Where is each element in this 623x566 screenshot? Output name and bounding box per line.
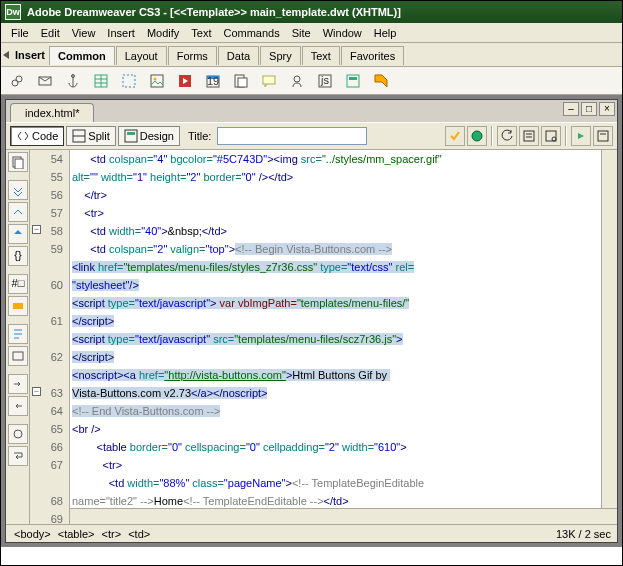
server-include-icon[interactable] — [229, 70, 253, 92]
email-link-icon[interactable] — [33, 70, 57, 92]
svg-rect-8 — [123, 75, 135, 87]
wrap-icon[interactable] — [8, 446, 28, 466]
refresh-button[interactable] — [497, 126, 517, 146]
collapse-icon[interactable] — [8, 180, 28, 200]
balance-braces-icon[interactable]: {} — [8, 246, 28, 266]
title-input[interactable] — [217, 127, 367, 145]
image-icon[interactable] — [145, 70, 169, 92]
workspace: index.html* – □ × Code Split Design Titl… — [1, 95, 622, 547]
app-logo: Dw — [5, 4, 21, 20]
highlight-invalid-icon[interactable] — [8, 296, 28, 316]
select-parent-icon[interactable] — [8, 224, 28, 244]
validate-button[interactable] — [541, 126, 561, 146]
insert-toolbar: 19 js — [1, 67, 622, 95]
svg-rect-16 — [238, 78, 247, 87]
date-icon[interactable]: 19 — [201, 70, 225, 92]
svg-text:js: js — [320, 74, 329, 86]
tag-selector[interactable]: <body> <table> <tr> <td> — [12, 528, 152, 540]
anchor-icon[interactable] — [61, 70, 85, 92]
menu-edit[interactable]: Edit — [35, 25, 66, 41]
tab-data[interactable]: Data — [218, 46, 259, 65]
comment-icon[interactable] — [257, 70, 281, 92]
close-icon[interactable]: × — [599, 102, 615, 116]
svg-rect-40 — [13, 352, 23, 360]
tab-text[interactable]: Text — [302, 46, 340, 65]
debug-button[interactable] — [571, 126, 591, 146]
code-editor[interactable]: <td colspan="4" bgcolor="#5C743D"><img s… — [70, 150, 601, 508]
preview-button[interactable] — [467, 126, 487, 146]
fold-marker-icon[interactable]: − — [32, 225, 41, 234]
tag-chooser-icon[interactable] — [369, 70, 393, 92]
tab-common[interactable]: Common — [49, 46, 115, 65]
svg-text:{}: {} — [14, 249, 22, 261]
minimize-icon[interactable]: – — [563, 102, 579, 116]
code-view-button[interactable]: Code — [10, 126, 64, 146]
file-mgmt-button[interactable] — [519, 126, 539, 146]
app-name: Adobe Dreamweaver CS3 — [27, 6, 160, 18]
menu-insert[interactable]: Insert — [101, 25, 141, 41]
svg-point-32 — [552, 137, 556, 141]
svg-rect-33 — [598, 131, 608, 141]
svg-text:#□: #□ — [11, 277, 24, 289]
view-bar: Code Split Design Title: — [6, 122, 617, 150]
menu-text[interactable]: Text — [185, 25, 217, 41]
svg-rect-39 — [13, 303, 23, 309]
table-icon[interactable] — [89, 70, 113, 92]
check-button[interactable] — [445, 126, 465, 146]
format-icon[interactable] — [8, 424, 28, 444]
code-toolbar: {} #□ — [6, 150, 30, 524]
menu-site[interactable]: Site — [286, 25, 317, 41]
div-icon[interactable] — [117, 70, 141, 92]
svg-rect-9 — [151, 75, 163, 87]
menu-view[interactable]: View — [66, 25, 102, 41]
menubar: File Edit View Insert Modify Text Comman… — [1, 23, 622, 43]
svg-point-10 — [154, 77, 157, 80]
svg-text:19: 19 — [207, 75, 219, 87]
svg-rect-25 — [125, 130, 137, 142]
vertical-scrollbar[interactable] — [601, 150, 617, 508]
template-icon[interactable] — [341, 70, 365, 92]
menu-file[interactable]: File — [5, 25, 35, 41]
hyperlink-icon[interactable] — [5, 70, 29, 92]
svg-rect-28 — [524, 131, 534, 141]
head-icon[interactable] — [285, 70, 309, 92]
svg-rect-22 — [349, 77, 357, 80]
tab-forms[interactable]: Forms — [168, 46, 217, 65]
svg-rect-26 — [127, 132, 135, 135]
menu-window[interactable]: Window — [317, 25, 368, 41]
tab-favorites[interactable]: Favorites — [341, 46, 404, 65]
status-right: 13K / 2 sec — [556, 528, 611, 540]
status-bar: <body> <table> <tr> <td> 13K / 2 sec — [6, 524, 617, 542]
svg-rect-36 — [15, 159, 23, 169]
outdent-icon[interactable] — [8, 396, 28, 416]
indent-icon[interactable] — [8, 374, 28, 394]
line-gutter: − − 54555657585960616263646566676869 — [30, 150, 70, 524]
split-view-button[interactable]: Split — [66, 126, 115, 146]
collapse-icon[interactable] — [3, 51, 9, 59]
app-doc: [<<Template>> main_template.dwt (XHTML)] — [170, 6, 401, 18]
svg-point-1 — [16, 76, 22, 82]
tab-spry[interactable]: Spry — [260, 46, 301, 65]
title-label: Title: — [188, 130, 211, 142]
maximize-icon[interactable]: □ — [581, 102, 597, 116]
document-tab[interactable]: index.html* — [10, 103, 94, 122]
menu-modify[interactable]: Modify — [141, 25, 185, 41]
snippet-icon[interactable] — [8, 324, 28, 344]
menu-help[interactable]: Help — [368, 25, 403, 41]
open-docs-icon[interactable] — [8, 152, 28, 172]
svg-point-18 — [294, 76, 300, 82]
recent-snippets-icon[interactable] — [8, 346, 28, 366]
fold-marker-icon[interactable]: − — [32, 387, 41, 396]
media-icon[interactable] — [173, 70, 197, 92]
tab-layout[interactable]: Layout — [116, 46, 167, 65]
horizontal-scrollbar[interactable] — [70, 508, 617, 524]
menu-commands[interactable]: Commands — [217, 25, 285, 41]
options-button[interactable] — [593, 126, 613, 146]
code-area: {} #□ − − 545556575859606162636465666768… — [6, 150, 617, 524]
design-view-button[interactable]: Design — [118, 126, 180, 146]
script-icon[interactable]: js — [313, 70, 337, 92]
svg-rect-17 — [263, 76, 275, 84]
line-numbers-icon[interactable]: #□ — [8, 274, 28, 294]
insert-label: Insert — [11, 49, 49, 61]
expand-icon[interactable] — [8, 202, 28, 222]
